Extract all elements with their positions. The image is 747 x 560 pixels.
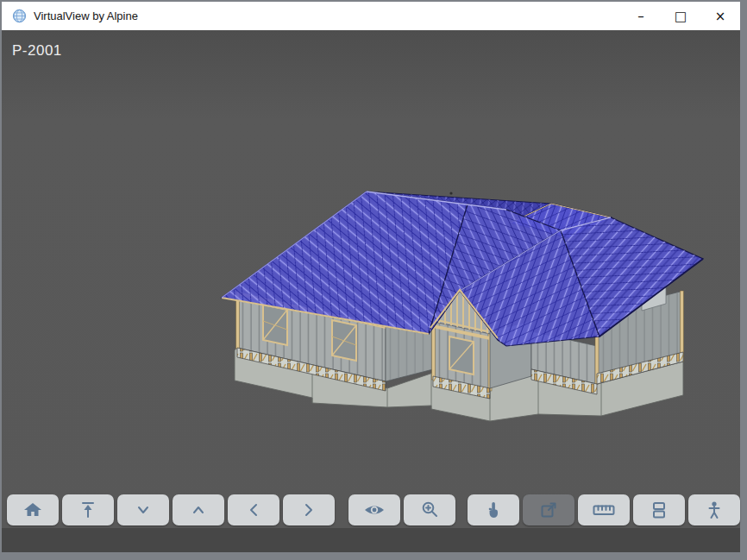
maximize-button[interactable]: □ xyxy=(661,2,700,30)
model-3d-house xyxy=(2,30,740,528)
view-button[interactable] xyxy=(348,494,400,525)
move-to-top-button[interactable] xyxy=(62,494,114,525)
home-icon xyxy=(22,501,44,519)
app-window: VirtualView by Alpine – □ × xyxy=(0,0,747,560)
toolbar xyxy=(2,494,740,527)
magnifier-plus-icon xyxy=(420,500,439,519)
layers-button[interactable] xyxy=(633,494,685,525)
measure-button[interactable] xyxy=(578,494,630,525)
stacked-panels-icon xyxy=(650,500,668,519)
chevron-up-icon xyxy=(189,504,208,516)
person-icon xyxy=(706,500,723,519)
ruler-icon xyxy=(592,502,616,518)
walk-mode-button[interactable] xyxy=(688,494,740,525)
touch-select-button[interactable] xyxy=(468,494,519,525)
window-title: VirtualView by Alpine xyxy=(34,9,138,22)
globe-icon xyxy=(12,9,27,23)
bottom-strip xyxy=(2,528,740,552)
titlebar: VirtualView by Alpine – □ × xyxy=(2,2,740,30)
arrow-up-to-bar-icon xyxy=(77,500,99,519)
orbit-target-dot xyxy=(449,192,452,194)
close-button[interactable]: × xyxy=(700,2,740,30)
zoom-in-button[interactable] xyxy=(404,494,455,525)
chevron-down-icon xyxy=(134,504,153,516)
plan-label: P-2001 xyxy=(12,42,62,60)
eye-icon xyxy=(362,501,386,519)
pan-expand-button[interactable] xyxy=(523,494,574,525)
chevron-right-icon xyxy=(303,501,315,519)
open-in-new-icon xyxy=(539,500,558,519)
home-button[interactable] xyxy=(7,494,59,525)
window-opening xyxy=(332,320,356,361)
rotate-right-button[interactable] xyxy=(283,494,335,525)
rotate-left-button[interactable] xyxy=(228,494,279,525)
rotate-down-button[interactable] xyxy=(117,494,169,525)
rotate-up-button[interactable] xyxy=(173,494,224,525)
window-opening xyxy=(449,337,474,374)
viewport-3d[interactable]: P-2001 xyxy=(2,30,740,528)
pointing-hand-icon xyxy=(484,500,503,519)
window-opening xyxy=(263,305,287,345)
minimize-button[interactable]: – xyxy=(621,2,661,30)
chevron-left-icon xyxy=(248,501,260,519)
